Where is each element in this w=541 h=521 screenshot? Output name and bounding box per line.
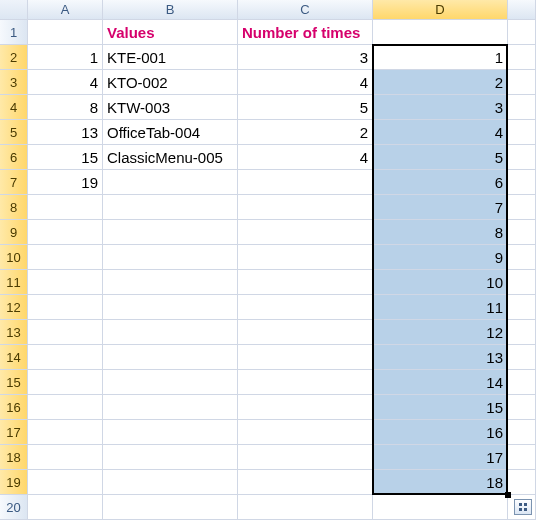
cell-D13[interactable]: 12 — [373, 320, 508, 345]
row-header-18[interactable]: 18 — [0, 445, 28, 470]
cell-x13[interactable] — [508, 320, 536, 345]
col-header-A[interactable]: A — [28, 0, 103, 20]
cell-x1[interactable] — [508, 20, 536, 45]
cell-B11[interactable] — [103, 270, 238, 295]
row-header-6[interactable]: 6 — [0, 145, 28, 170]
cell-x14[interactable] — [508, 345, 536, 370]
cell-x6[interactable] — [508, 145, 536, 170]
cell-C18[interactable] — [238, 445, 373, 470]
cell-A19[interactable] — [28, 470, 103, 495]
cell-B16[interactable] — [103, 395, 238, 420]
cell-x18[interactable] — [508, 445, 536, 470]
cell-x15[interactable] — [508, 370, 536, 395]
row-header-12[interactable]: 12 — [0, 295, 28, 320]
cell-B19[interactable] — [103, 470, 238, 495]
row-header-11[interactable]: 11 — [0, 270, 28, 295]
cell-C8[interactable] — [238, 195, 373, 220]
select-all-corner[interactable] — [0, 0, 28, 20]
row-header-9[interactable]: 9 — [0, 220, 28, 245]
cell-x4[interactable] — [508, 95, 536, 120]
cell-B3[interactable]: KTO-002 — [103, 70, 238, 95]
cell-A3[interactable]: 4 — [28, 70, 103, 95]
cell-D2[interactable]: 1 — [373, 45, 508, 70]
cell-C20[interactable] — [238, 495, 373, 520]
cell-A9[interactable] — [28, 220, 103, 245]
cell-D4[interactable]: 3 — [373, 95, 508, 120]
row-header-4[interactable]: 4 — [0, 95, 28, 120]
cell-B1[interactable]: Values — [103, 20, 238, 45]
cell-A10[interactable] — [28, 245, 103, 270]
autofill-options-button[interactable] — [514, 499, 532, 515]
cell-D1[interactable] — [373, 20, 508, 45]
cell-B15[interactable] — [103, 370, 238, 395]
cell-B6[interactable]: ClassicMenu-005 — [103, 145, 238, 170]
cell-C12[interactable] — [238, 295, 373, 320]
col-header-D[interactable]: D — [373, 0, 508, 20]
cell-D9[interactable]: 8 — [373, 220, 508, 245]
cell-C2[interactable]: 3 — [238, 45, 373, 70]
cell-C16[interactable] — [238, 395, 373, 420]
cell-x2[interactable] — [508, 45, 536, 70]
cell-x5[interactable] — [508, 120, 536, 145]
row-header-7[interactable]: 7 — [0, 170, 28, 195]
fill-handle[interactable] — [505, 492, 511, 498]
cell-C19[interactable] — [238, 470, 373, 495]
col-header-B[interactable]: B — [103, 0, 238, 20]
cell-A17[interactable] — [28, 420, 103, 445]
row-header-16[interactable]: 16 — [0, 395, 28, 420]
cell-B18[interactable] — [103, 445, 238, 470]
row-header-5[interactable]: 5 — [0, 120, 28, 145]
row-header-10[interactable]: 10 — [0, 245, 28, 270]
cell-A4[interactable]: 8 — [28, 95, 103, 120]
cell-A1[interactable] — [28, 20, 103, 45]
cell-B17[interactable] — [103, 420, 238, 445]
cell-A2[interactable]: 1 — [28, 45, 103, 70]
cell-C15[interactable] — [238, 370, 373, 395]
cell-B5[interactable]: OfficeTab-004 — [103, 120, 238, 145]
cell-B2[interactable]: KTE-001 — [103, 45, 238, 70]
cell-C11[interactable] — [238, 270, 373, 295]
cell-x16[interactable] — [508, 395, 536, 420]
cell-C6[interactable]: 4 — [238, 145, 373, 170]
cell-D10[interactable]: 9 — [373, 245, 508, 270]
cell-D5[interactable]: 4 — [373, 120, 508, 145]
cell-x19[interactable] — [508, 470, 536, 495]
cell-A11[interactable] — [28, 270, 103, 295]
cell-C5[interactable]: 2 — [238, 120, 373, 145]
cell-B4[interactable]: KTW-003 — [103, 95, 238, 120]
cell-C17[interactable] — [238, 420, 373, 445]
cell-C9[interactable] — [238, 220, 373, 245]
cell-C13[interactable] — [238, 320, 373, 345]
cell-D14[interactable]: 13 — [373, 345, 508, 370]
cell-B12[interactable] — [103, 295, 238, 320]
cell-x8[interactable] — [508, 195, 536, 220]
cell-C3[interactable]: 4 — [238, 70, 373, 95]
cell-D19[interactable]: 18 — [373, 470, 508, 495]
cell-D7[interactable]: 6 — [373, 170, 508, 195]
cell-B8[interactable] — [103, 195, 238, 220]
cell-D8[interactable]: 7 — [373, 195, 508, 220]
cell-x17[interactable] — [508, 420, 536, 445]
cell-C4[interactable]: 5 — [238, 95, 373, 120]
row-header-19[interactable]: 19 — [0, 470, 28, 495]
cell-D17[interactable]: 16 — [373, 420, 508, 445]
cell-A14[interactable] — [28, 345, 103, 370]
cell-C14[interactable] — [238, 345, 373, 370]
cell-A6[interactable]: 15 — [28, 145, 103, 170]
cell-A20[interactable] — [28, 495, 103, 520]
cell-B13[interactable] — [103, 320, 238, 345]
cell-D16[interactable]: 15 — [373, 395, 508, 420]
cell-D20[interactable] — [373, 495, 508, 520]
cell-D15[interactable]: 14 — [373, 370, 508, 395]
cell-C1[interactable]: Number of times — [238, 20, 373, 45]
cell-B14[interactable] — [103, 345, 238, 370]
row-header-15[interactable]: 15 — [0, 370, 28, 395]
col-header-C[interactable]: C — [238, 0, 373, 20]
cell-x3[interactable] — [508, 70, 536, 95]
cell-A7[interactable]: 19 — [28, 170, 103, 195]
cell-D18[interactable]: 17 — [373, 445, 508, 470]
cell-B7[interactable] — [103, 170, 238, 195]
cell-D11[interactable]: 10 — [373, 270, 508, 295]
cell-x11[interactable] — [508, 270, 536, 295]
row-header-8[interactable]: 8 — [0, 195, 28, 220]
